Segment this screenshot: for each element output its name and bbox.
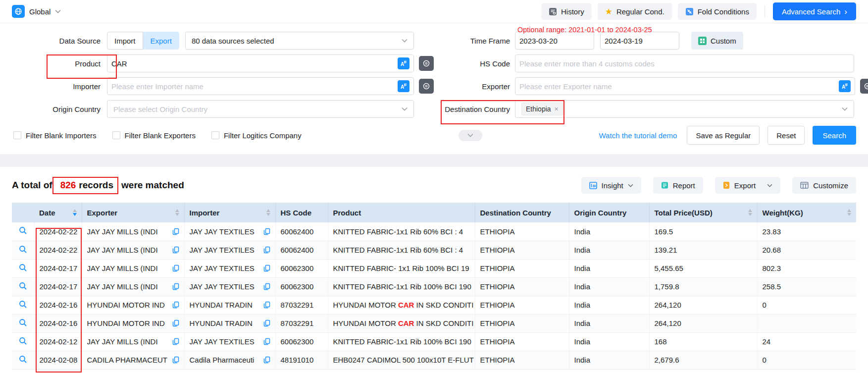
cell-total-price: 1,759.8 (655, 282, 679, 291)
customize-button[interactable]: Customize (792, 177, 856, 194)
header-origin-country: Origin Country (569, 203, 649, 222)
cell-date: 2024-02-22 (40, 227, 78, 236)
exporter-value[interactable] (519, 82, 836, 91)
copy-icon[interactable] (172, 228, 179, 235)
header-weight[interactable]: Weight(KG) (757, 203, 856, 222)
export-button[interactable]: Export (715, 177, 780, 194)
cell-hs-code: 60062400 (281, 227, 314, 236)
cell-destination-country: ETHIOPIA (480, 227, 515, 236)
exporter-input[interactable]: A (515, 77, 855, 95)
checkbox-icon[interactable] (211, 131, 219, 139)
cell-product: KNITTED FABRIC-1x1 Rib 60% BCI : 4 (333, 227, 463, 236)
copy-icon[interactable] (172, 265, 179, 272)
copy-icon[interactable] (172, 301, 179, 309)
data-sources-select[interactable]: 80 data sources selected (185, 32, 414, 50)
export-dropdown-icon[interactable] (767, 184, 772, 187)
translate-icon[interactable]: A (398, 57, 409, 69)
copy-icon[interactable] (172, 283, 179, 290)
date-end-input[interactable] (600, 32, 679, 50)
row-detail-search-icon[interactable] (19, 245, 27, 254)
copy-icon[interactable] (172, 356, 179, 364)
history-button[interactable]: History (541, 3, 592, 20)
filter-logitics-company-checkbox[interactable]: Filter Logitics Company (211, 131, 302, 140)
origin-country-select[interactable]: Please select Origin Country (107, 100, 414, 118)
advanced-search-button[interactable]: Advanced Search › (773, 2, 856, 20)
regular-cond-button[interactable]: ★ Regular Cond. (598, 3, 672, 20)
star-icon: ★ (605, 7, 613, 16)
cell-origin-country: India (574, 282, 591, 291)
copy-icon[interactable] (263, 301, 270, 309)
hs-code-label: HS Code (436, 59, 515, 68)
sort-icon[interactable] (73, 209, 77, 216)
header-total-price[interactable]: Total Price(USD) (649, 203, 757, 222)
translate-icon[interactable]: A (398, 80, 409, 92)
cell-hs-code: 60062300 (281, 337, 314, 346)
row-detail-search-icon[interactable] (19, 264, 27, 272)
custom-range-button[interactable]: Custom (691, 32, 743, 50)
search-button[interactable]: Search (813, 126, 856, 145)
sort-icon[interactable] (748, 209, 752, 216)
product-input[interactable]: A (107, 54, 414, 72)
export-toggle-button[interactable]: Export (143, 32, 179, 50)
header-date[interactable]: Date (34, 203, 82, 222)
cell-origin-country: India (574, 246, 591, 254)
form-row-importer: Importer A Exporter A (0, 77, 868, 96)
translate-icon[interactable]: A (839, 80, 851, 92)
cell-origin-country: India (574, 227, 591, 236)
import-toggle-button[interactable]: Import (107, 32, 143, 50)
reset-button[interactable]: Reset (767, 126, 805, 145)
report-button[interactable]: Report (653, 177, 703, 194)
header-exporter[interactable]: Exporter (82, 203, 184, 222)
filter-blank-exporters-checkbox[interactable]: Filter Blank Exporters (112, 131, 196, 140)
copy-icon[interactable] (263, 320, 270, 327)
row-detail-search-icon[interactable] (19, 319, 27, 327)
hs-code-input[interactable] (515, 54, 854, 72)
sort-icon[interactable] (266, 209, 270, 216)
cell-product: KNITTED FABRIC- 1x1 Rib 100% BCI 19 (333, 264, 469, 272)
cell-weight: 0 (763, 301, 766, 309)
copy-icon[interactable] (172, 320, 179, 327)
cell-date: 2024-02-16 (40, 319, 78, 327)
copy-icon[interactable] (263, 228, 270, 235)
destination-country-select[interactable]: Ethiopia × (515, 100, 854, 118)
copy-icon[interactable] (263, 356, 270, 364)
copy-icon[interactable] (172, 338, 179, 345)
sort-icon[interactable] (847, 209, 851, 216)
row-detail-search-icon[interactable] (19, 226, 27, 235)
hs-code-value[interactable] (519, 59, 850, 68)
copy-icon[interactable] (263, 265, 270, 272)
row-detail-search-icon[interactable] (19, 355, 27, 364)
tag-remove-icon[interactable]: × (555, 105, 559, 113)
filters-row: Filter Blank Importers Filter Blank Expo… (0, 125, 868, 145)
copy-icon[interactable] (263, 338, 270, 345)
product-label: Product (0, 59, 107, 68)
checkbox-icon[interactable] (112, 131, 120, 139)
date-end-value[interactable] (605, 37, 703, 45)
checkbox-icon[interactable] (13, 131, 21, 139)
insight-button[interactable]: BI Insight (581, 177, 641, 194)
fold-conditions-button[interactable]: Fold Conditions (678, 3, 757, 20)
region-switcher[interactable]: Global (12, 5, 61, 18)
fuzzy-search-icon[interactable] (419, 79, 434, 94)
row-detail-search-icon[interactable] (19, 282, 27, 290)
product-value[interactable] (111, 59, 395, 68)
fuzzy-search-icon[interactable] (419, 56, 434, 71)
topbar-actions: History ★ Regular Cond. Fold Conditions … (541, 2, 856, 20)
cell-origin-country: India (574, 301, 591, 309)
row-detail-search-icon[interactable] (19, 300, 27, 309)
row-detail-search-icon[interactable] (19, 337, 27, 345)
date-start-input[interactable] (515, 32, 594, 50)
copy-icon[interactable] (172, 246, 179, 254)
copy-icon[interactable] (263, 283, 270, 290)
importer-value[interactable] (111, 82, 395, 91)
save-as-regular-button[interactable]: Save as Regular (687, 126, 760, 145)
header-importer[interactable]: Importer (184, 203, 275, 222)
importer-input[interactable]: A (107, 77, 414, 95)
sort-icon[interactable] (175, 209, 179, 216)
filter-blank-importers-checkbox[interactable]: Filter Blank Importers (13, 131, 97, 140)
copy-icon[interactable] (263, 246, 270, 254)
tutorial-link[interactable]: Watch the tutorial demo (599, 131, 677, 140)
fuzzy-search-icon[interactable] (860, 79, 868, 94)
cell-date: 2024-02-22 (40, 246, 78, 254)
collapse-conditions-button[interactable] (459, 130, 482, 141)
